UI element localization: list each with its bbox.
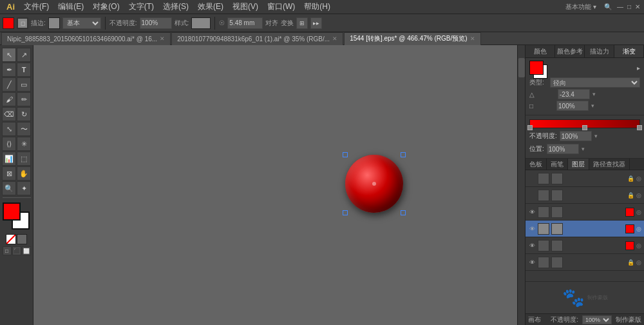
gradient-angle-input[interactable] — [558, 89, 590, 99]
gradient-stop-right[interactable] — [637, 125, 642, 130]
handle-br[interactable] — [401, 210, 406, 215]
vis-icon-3[interactable]: 👁 — [528, 208, 536, 216]
menu-edit[interactable]: 编辑(E) — [54, 0, 88, 14]
layers-list[interactable]: 🔒 ◎ 🔒 ◎ 👁 — [526, 170, 644, 281]
opacity-arrow[interactable]: ▾ — [594, 133, 598, 139]
artboard-tool[interactable]: ⬚ — [17, 152, 31, 166]
normal-mode[interactable]: □ — [3, 246, 12, 255]
layer-vis-btn-3[interactable]: ◎ — [636, 209, 641, 215]
gradient-scale-input[interactable] — [556, 101, 589, 111]
tab-close-2[interactable]: ✕ — [470, 35, 475, 42]
menu-object[interactable]: 对象(O) — [89, 0, 123, 14]
menu-file[interactable]: 文件(F) — [20, 0, 53, 14]
pen-tool[interactable]: ✒ — [2, 63, 16, 77]
handle-bl[interactable] — [343, 210, 348, 215]
layer-lock-6[interactable]: 🔒 — [627, 259, 634, 266]
panel-tab-reference[interactable]: 颜色参考 — [555, 45, 585, 57]
eyedropper-tool[interactable]: ✦ — [17, 181, 31, 195]
rect-tool[interactable]: ▭ — [17, 77, 31, 92]
gradient-stop-left[interactable] — [527, 125, 533, 130]
handle-tl[interactable] — [343, 152, 348, 157]
gradient-bar[interactable] — [529, 119, 640, 128]
stroke-btn[interactable]: ◻ — [17, 17, 28, 29]
panel-tab-gradient[interactable]: 渐变 — [614, 45, 644, 57]
tab-close-1[interactable]: ✕ — [332, 35, 337, 42]
layer-lock-2[interactable]: 🔒 — [627, 192, 634, 199]
layer-row-1[interactable]: 🔒 ◎ — [526, 170, 644, 187]
layer-vis-btn-6[interactable]: ◎ — [636, 259, 641, 266]
tab-0[interactable]: Nipic_9885883_20150605101634669000.ai* @… — [1, 32, 171, 45]
layer-row-6[interactable]: 👁 🔒 ◎ — [526, 254, 644, 271]
color-mode-btn[interactable] — [17, 234, 27, 244]
vis-icon-1[interactable] — [528, 175, 536, 182]
foreground-swatch[interactable] — [3, 202, 21, 221]
gradient-type-select[interactable]: 径向 — [550, 77, 640, 88]
tab-close-0[interactable]: ✕ — [160, 35, 165, 42]
menu-window[interactable]: 窗口(W) — [263, 0, 299, 14]
line-tool[interactable]: ╱ — [2, 77, 16, 92]
full-mode[interactable]: ⬛ — [12, 246, 21, 255]
canvas-area[interactable] — [33, 45, 525, 325]
vertical-scrollbar[interactable] — [517, 45, 525, 325]
vis-icon-6[interactable]: 👁 — [528, 259, 536, 266]
layer-row-5[interactable]: 👁 ◎ — [526, 237, 644, 254]
blend-tool[interactable]: ⟨⟩ — [2, 137, 16, 151]
layer-tab-pathfinder[interactable]: 路径查找器 — [589, 159, 630, 170]
gradient-position-input[interactable] — [547, 144, 579, 154]
vis-icon-2[interactable] — [528, 192, 536, 199]
angle-arrow[interactable]: ▾ — [592, 91, 596, 97]
symbol-tool[interactable]: ✳ — [17, 137, 31, 151]
maximize-btn[interactable]: □ — [626, 3, 632, 10]
layer-swatch-5[interactable] — [625, 241, 634, 250]
angle-input[interactable] — [227, 17, 263, 29]
panel-tab-stroke[interactable]: 描边力 — [585, 45, 614, 57]
layer-vis-btn-5[interactable]: ◎ — [636, 242, 641, 249]
status-opacity-select[interactable]: 100% — [582, 315, 612, 324]
stroke-style-select[interactable]: 基本 — [62, 17, 101, 29]
minimize-btn[interactable]: — — [616, 3, 625, 10]
scroll-thumb[interactable] — [518, 58, 525, 77]
pencil-tool[interactable]: ✏ — [17, 92, 31, 106]
bar-chart-tool[interactable]: 📊 — [2, 152, 16, 166]
menu-text[interactable]: 文字(T) — [125, 0, 158, 14]
tab-2[interactable]: 1544 [转换].eps* @ 466.47% (RGB/预览) ✕ — [344, 32, 480, 45]
position-arrow[interactable]: ▾ — [582, 146, 585, 152]
layer-swatch-4[interactable] — [625, 224, 634, 233]
layer-tab-layers[interactable]: 图层 — [568, 159, 589, 170]
gradient-opacity-input[interactable] — [560, 131, 592, 141]
fg-gradient-swatch[interactable] — [529, 61, 544, 75]
extra-btn[interactable]: ▸▸ — [310, 17, 322, 29]
opacity-input[interactable] — [140, 17, 172, 29]
vis-icon-4[interactable]: 👁 — [528, 225, 536, 233]
panel-tab-color[interactable]: 颜色 — [526, 45, 555, 57]
layer-row-2[interactable]: 🔒 ◎ — [526, 187, 644, 204]
warp-tool[interactable]: 〜 — [17, 122, 31, 136]
more-opts-btn[interactable]: ⊞ — [296, 17, 308, 29]
slice-tool[interactable]: ⊠ — [2, 166, 16, 181]
none-swatch[interactable] — [6, 234, 16, 244]
scale-tool[interactable]: ⤡ — [2, 122, 16, 136]
scale-arrow[interactable]: ▾ — [591, 103, 594, 109]
menu-help[interactable]: 帮助(H) — [300, 0, 334, 14]
handle-tr[interactable] — [401, 152, 406, 157]
tab-1[interactable]: 20180107790948831k6p6_01 (1).ai* @ 35% (… — [171, 32, 343, 45]
search-icon[interactable]: 🔍 — [601, 3, 614, 10]
panel-expand-btn[interactable]: ▸ — [637, 64, 640, 72]
type-tool[interactable]: T — [17, 63, 31, 77]
paintbrush-tool[interactable]: 🖌 — [2, 92, 16, 106]
close-btn[interactable]: ✕ — [634, 3, 641, 10]
rotate-tool[interactable]: ↻ — [17, 107, 31, 121]
style-swatch[interactable] — [191, 17, 211, 29]
layer-lock-1[interactable]: 🔒 — [627, 175, 634, 182]
layer-tab-swatches[interactable]: 色板 — [526, 159, 547, 170]
red-ball-object[interactable] — [345, 155, 403, 213]
eraser-tool[interactable]: ⌫ — [2, 107, 16, 121]
select-tool[interactable]: ↖ — [2, 48, 16, 62]
zoom-tool[interactable]: 🔍 — [2, 181, 16, 195]
layer-row-4[interactable]: 👁 ◎ — [526, 221, 644, 237]
layer-vis-btn-4[interactable]: ◎ — [636, 226, 641, 232]
direct-select-tool[interactable]: ↗ — [17, 48, 31, 62]
menu-view[interactable]: 视图(V) — [229, 0, 262, 14]
layer-row-3[interactable]: 👁 ◎ — [526, 204, 644, 221]
menu-effect[interactable]: 效果(E) — [194, 0, 227, 14]
